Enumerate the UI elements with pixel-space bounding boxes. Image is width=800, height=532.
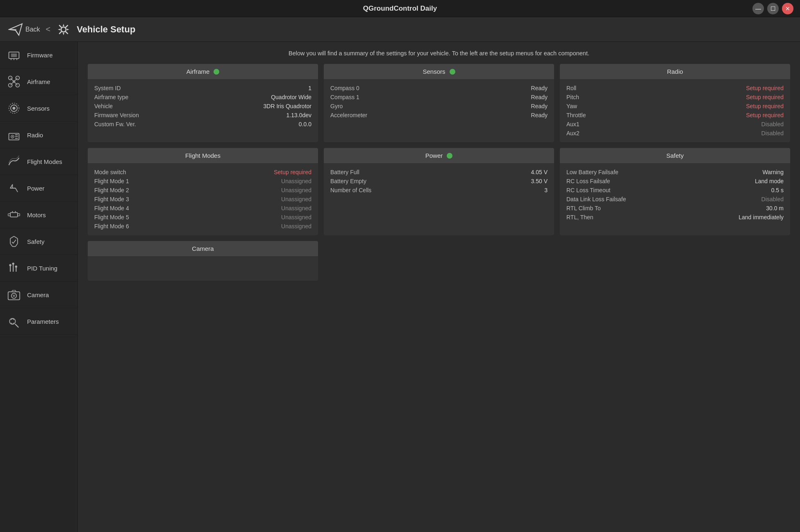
sensors-card[interactable]: Sensors Compass 0 Ready Compass 1 Ready … (324, 64, 554, 142)
svg-point-46 (15, 266, 17, 268)
value-battery-empty: 3.50 V (531, 178, 548, 184)
minimize-button[interactable]: — (752, 3, 764, 14)
label-fm5: Flight Mode 5 (94, 214, 129, 221)
sensors-card-header: Sensors (324, 64, 554, 79)
main-content: Below you will find a summary of the set… (78, 42, 800, 532)
table-row: Mode switch Setup required (94, 169, 311, 175)
label-aux2: Aux2 (566, 130, 580, 136)
safety-card-body: Low Battery Failsafe Warning RC Loss Fai… (560, 163, 790, 226)
table-row: Flight Mode 6 Unassigned (94, 223, 311, 230)
table-row: Aux2 Disabled (566, 130, 784, 136)
flight-modes-card-title: Flight Modes (185, 152, 220, 159)
sidebar-label-parameters: Parameters (27, 318, 59, 325)
maximize-button[interactable]: ☐ (767, 3, 779, 14)
airframe-card-title: Airframe (186, 68, 210, 75)
label-gyro: Gyro (330, 103, 343, 109)
flight-modes-card-body: Mode switch Setup required Flight Mode 1… (88, 163, 318, 235)
svg-line-51 (16, 324, 18, 327)
sensors-card-body: Compass 0 Ready Compass 1 Ready Gyro Rea… (324, 79, 554, 124)
label-low-bat-failsafe: Low Battery Failsafe (566, 169, 618, 175)
table-row: Pitch Setup required (566, 94, 784, 100)
sidebar-label-sensors: Sensors (27, 105, 50, 112)
flight-modes-icon (7, 154, 21, 169)
svg-line-37 (16, 243, 18, 246)
sidebar-label-pid-tuning: PID Tuning (27, 265, 57, 272)
radio-card[interactable]: Radio Roll Setup required Pitch Setup re… (560, 64, 790, 142)
radio-card-body: Roll Setup required Pitch Setup required… (560, 79, 790, 142)
table-row: Compass 1 Ready (330, 94, 548, 100)
svg-line-33 (14, 236, 18, 239)
motors-icon (7, 207, 21, 222)
camera-card[interactable]: Camera (88, 241, 318, 281)
table-row: Gyro Ready (330, 103, 548, 109)
sidebar-item-safety[interactable]: Safety (0, 228, 77, 255)
value-fw-version: 1.13.0dev (286, 112, 312, 118)
sidebar-item-sensors[interactable]: Sensors (0, 95, 77, 122)
radio-card-title: Radio (667, 68, 683, 75)
sensors-card-title: Sensors (423, 68, 445, 75)
value-battery-full: 4.05 V (531, 169, 548, 175)
sidebar-label-radio: Radio (27, 132, 43, 139)
label-rtl-climb: RTL Climb To (566, 205, 601, 211)
titlebar: QGroundControl Daily — ☐ ✕ (0, 0, 800, 17)
table-row: Throttle Setup required (566, 112, 784, 118)
svg-line-40 (13, 240, 16, 243)
sidebar-label-flight-modes: Flight Modes (27, 158, 62, 165)
label-accelerometer: Accelerometer (330, 112, 367, 118)
sidebar-label-motors: Motors (27, 211, 46, 218)
sidebar-item-flight-modes[interactable]: Flight Modes (0, 148, 77, 175)
flight-modes-card[interactable]: Flight Modes Mode switch Setup required … (88, 148, 318, 235)
table-row: Accelerometer Ready (330, 112, 548, 118)
table-row: Firmware Version 1.13.0dev (94, 112, 311, 118)
label-compass0: Compass 0 (330, 85, 359, 91)
label-fm6: Flight Mode 6 (94, 223, 129, 230)
value-num-cells: 3 (544, 187, 548, 193)
value-yaw: Setup required (746, 103, 784, 109)
sidebar-item-radio[interactable]: Radio (0, 122, 77, 148)
label-fm3: Flight Mode 3 (94, 196, 129, 202)
airframe-card-header: Airframe (88, 64, 318, 79)
sidebar-label-camera: Camera (27, 291, 49, 298)
sidebar-item-power[interactable]: Power (0, 175, 77, 202)
value-fm6: Unassigned (281, 223, 311, 230)
cards-grid: Airframe System ID 1 Airframe type Quadr… (88, 64, 790, 281)
label-pitch: Pitch (566, 94, 579, 100)
label-compass1: Compass 1 (330, 94, 359, 100)
value-rc-loss-failsafe: Land mode (755, 178, 784, 184)
label-rc-loss-failsafe: RC Loss Failsafe (566, 178, 610, 184)
table-row: Battery Full 4.05 V (330, 169, 548, 175)
sidebar-item-pid-tuning[interactable]: PID Tuning (0, 255, 77, 282)
sidebar-item-airframe[interactable]: Airframe (0, 68, 77, 95)
power-status-dot (447, 153, 452, 159)
table-row: Flight Mode 1 Unassigned (94, 178, 311, 184)
safety-card[interactable]: Safety Low Battery Failsafe Warning RC L… (560, 148, 790, 235)
value-custom-fw: 0.0.0 (299, 121, 311, 127)
paper-plane-icon (8, 22, 23, 37)
value-data-link-failsafe: Disabled (761, 196, 784, 202)
table-row: System ID 1 (94, 85, 311, 91)
back-button[interactable]: Back (8, 22, 40, 37)
table-row: Roll Setup required (566, 85, 784, 91)
page-subtitle: Below you will find a summary of the set… (88, 50, 790, 57)
table-row: Flight Mode 4 Unassigned (94, 205, 311, 211)
close-button[interactable]: ✕ (782, 3, 793, 14)
sidebar-item-parameters[interactable]: Parameters (0, 308, 77, 335)
airframe-card-body: System ID 1 Airframe type Quadrotor Wide… (88, 79, 318, 133)
app-title: QGroundControl Daily (363, 5, 437, 13)
power-card[interactable]: Power Battery Full 4.05 V Battery Empty … (324, 148, 554, 235)
label-custom-fw: Custom Fw. Ver. (94, 121, 136, 127)
table-row: Airframe type Quadrotor Wide (94, 94, 311, 100)
sidebar-item-camera[interactable]: Camera (0, 282, 77, 308)
airframe-card[interactable]: Airframe System ID 1 Airframe type Quadr… (88, 64, 318, 142)
sensors-status-dot (450, 69, 455, 75)
table-row: Compass 0 Ready (330, 85, 548, 91)
table-row: Battery Empty 3.50 V (330, 178, 548, 184)
table-row: Low Battery Failsafe Warning (566, 169, 784, 175)
sidebar-item-motors[interactable]: Motors (0, 202, 77, 228)
table-row: RC Loss Timeout 0.5 s (566, 187, 784, 193)
value-low-bat-failsafe: Warning (762, 169, 784, 175)
camera-card-title: Camera (192, 245, 214, 252)
value-pitch: Setup required (746, 94, 784, 100)
back-label: Back (25, 26, 40, 33)
sidebar-item-firmware[interactable]: Firmware (0, 42, 77, 68)
